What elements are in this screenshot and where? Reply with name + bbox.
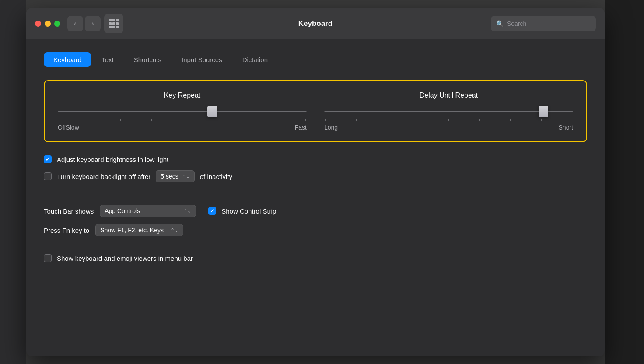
tab-dictation[interactable]: Dictation bbox=[233, 52, 277, 67]
traffic-lights bbox=[35, 21, 60, 27]
touchbar-dropdown-value: App Controls bbox=[105, 207, 140, 214]
grid-icon bbox=[109, 19, 119, 28]
titlebar: ‹ › Keyboard 🔍 Search bbox=[26, 8, 605, 39]
divider-2 bbox=[44, 245, 587, 245]
tab-keyboard[interactable]: Keyboard bbox=[44, 52, 91, 67]
key-repeat-group: Key Repeat bbox=[58, 91, 307, 131]
tab-input-sources[interactable]: Input Sources bbox=[172, 52, 232, 67]
tab-bar: Keyboard Text Shortcuts Input Sources Di… bbox=[44, 52, 587, 67]
key-repeat-off-label: Off bbox=[58, 124, 66, 131]
delay-repeat-slider-wrap[interactable] bbox=[324, 106, 573, 117]
key-repeat-fast-label: Fast bbox=[295, 124, 307, 131]
show-control-strip-checkbox[interactable] bbox=[208, 207, 216, 215]
keyboard-viewer-checkbox[interactable] bbox=[44, 254, 52, 262]
keyboard-viewer-label: Show keyboard and emoji viewers in menu … bbox=[57, 255, 193, 262]
key-repeat-track bbox=[58, 111, 307, 112]
fn-key-dropdown-value: Show F1, F2, etc. Keys bbox=[100, 227, 164, 234]
close-button[interactable] bbox=[35, 21, 41, 27]
keyboard-preferences-window: ‹ › Keyboard 🔍 Search Keyboard Text Shor… bbox=[26, 8, 605, 356]
keyboard-viewer-row: Show keyboard and emoji viewers in menu … bbox=[44, 254, 587, 262]
show-control-strip-label: Show Control Strip bbox=[221, 207, 276, 215]
delay-repeat-title: Delay Until Repeat bbox=[420, 91, 478, 99]
fn-key-row: Press Fn key to Show F1, F2, etc. Keys ⌃… bbox=[44, 224, 587, 236]
window-title: Keyboard bbox=[298, 19, 332, 28]
backlight-checkbox[interactable] bbox=[44, 172, 52, 180]
forward-button[interactable]: › bbox=[85, 16, 101, 32]
brightness-label: Adjust keyboard brightness in low light bbox=[57, 156, 168, 163]
key-repeat-labels: Off Slow Fast bbox=[58, 124, 307, 131]
delay-repeat-thumb[interactable] bbox=[539, 106, 548, 117]
fn-key-dropdown[interactable]: Show F1, F2, etc. Keys ⌃⌄ bbox=[95, 224, 183, 236]
background-right bbox=[605, 0, 644, 364]
back-button[interactable]: ‹ bbox=[67, 16, 83, 32]
search-placeholder: Search bbox=[507, 20, 526, 27]
fullscreen-button[interactable] bbox=[54, 21, 60, 27]
touchbar-label: Touch Bar shows bbox=[44, 207, 94, 215]
delay-repeat-ticks bbox=[324, 119, 573, 121]
backlight-dropdown-arrow: ⌃⌄ bbox=[182, 174, 190, 179]
key-repeat-slow-label: Slow bbox=[66, 124, 79, 131]
search-box[interactable]: 🔍 Search bbox=[491, 16, 596, 32]
sliders-section: Key Repeat bbox=[44, 80, 587, 142]
tab-shortcuts[interactable]: Shortcuts bbox=[124, 52, 171, 67]
delay-repeat-track bbox=[324, 111, 573, 112]
touchbar-row: Touch Bar shows App Controls ⌃⌄ Show Con… bbox=[44, 205, 587, 217]
background-left bbox=[0, 0, 26, 364]
key-repeat-slider-wrap[interactable] bbox=[58, 106, 307, 117]
back-icon: ‹ bbox=[74, 20, 76, 28]
options-section: Adjust keyboard brightness in low light … bbox=[44, 155, 587, 182]
brightness-checkbox[interactable] bbox=[44, 155, 52, 163]
minimize-button[interactable] bbox=[45, 21, 51, 27]
key-repeat-ticks bbox=[58, 119, 307, 121]
nav-buttons: ‹ › bbox=[67, 16, 101, 32]
backlight-label: Turn keyboard backlight off after bbox=[57, 173, 150, 180]
fn-key-dropdown-arrow: ⌃⌄ bbox=[171, 228, 178, 233]
search-icon: 🔍 bbox=[496, 20, 504, 27]
backlight-option-row: Turn keyboard backlight off after 5 secs… bbox=[44, 170, 587, 182]
touchbar-dropdown-arrow: ⌃⌄ bbox=[183, 208, 191, 214]
brightness-option-row: Adjust keyboard brightness in low light bbox=[44, 155, 587, 163]
backlight-suffix: of inactivity bbox=[200, 173, 232, 180]
key-repeat-thumb[interactable] bbox=[207, 106, 217, 117]
delay-short-label: Short bbox=[559, 124, 573, 131]
divider-1 bbox=[44, 196, 587, 196]
delay-repeat-labels: Long Short bbox=[324, 124, 573, 131]
backlight-duration-dropdown[interactable]: 5 secs ⌃⌄ bbox=[156, 170, 194, 182]
key-repeat-title: Key Repeat bbox=[164, 91, 201, 99]
content-area: Keyboard Text Shortcuts Input Sources Di… bbox=[26, 39, 605, 275]
fn-key-label: Press Fn key to bbox=[44, 227, 89, 234]
delay-long-label: Long bbox=[324, 124, 338, 131]
touchbar-dropdown[interactable]: App Controls ⌃⌄ bbox=[100, 205, 196, 217]
forward-icon: › bbox=[91, 20, 94, 28]
backlight-duration-value: 5 secs bbox=[161, 173, 178, 180]
show-control-strip-row: Show Control Strip bbox=[208, 207, 276, 215]
delay-repeat-group: Delay Until Repeat bbox=[324, 91, 573, 131]
grid-view-button[interactable] bbox=[104, 14, 123, 33]
tab-text[interactable]: Text bbox=[92, 52, 123, 67]
